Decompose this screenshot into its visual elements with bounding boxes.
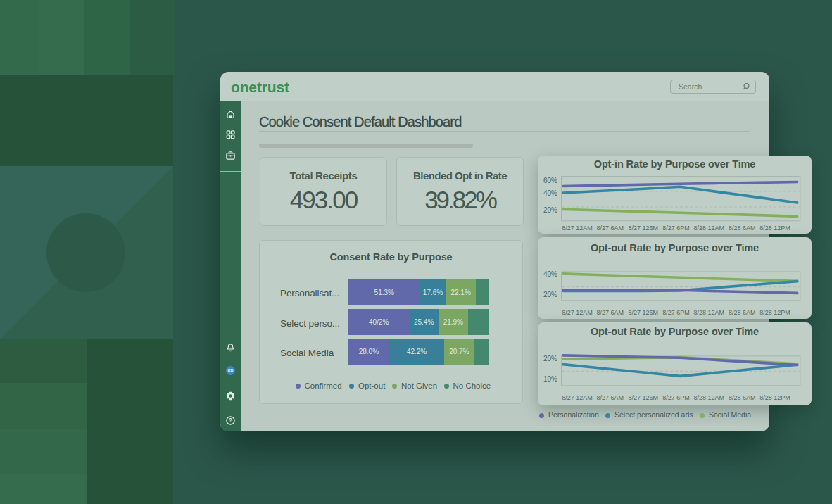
svg-text:8/28 12AM: 8/28 12AM xyxy=(694,309,725,316)
svg-text:8/28 12PM: 8/28 12PM xyxy=(759,309,790,316)
svg-text:40%: 40% xyxy=(543,270,557,278)
svg-text:8/27 126M: 8/27 126M xyxy=(628,394,658,401)
svg-text:8/27 126M: 8/27 126M xyxy=(628,225,658,232)
svg-text:8/27 126M: 8/27 126M xyxy=(628,309,658,316)
svg-text:20%: 20% xyxy=(543,355,557,363)
svg-text:20%: 20% xyxy=(543,291,557,298)
svg-text:8/27 6AM: 8/27 6AM xyxy=(597,394,624,401)
svg-text:8/28 6AM: 8/28 6AM xyxy=(729,394,756,401)
svg-text:8/28 6AM: 8/28 6AM xyxy=(729,225,756,232)
svg-text:8/27 12AM: 8/27 12AM xyxy=(562,225,593,232)
svg-text:40%: 40% xyxy=(543,189,557,197)
svg-text:?: ? xyxy=(229,417,232,424)
svg-text:8/28 6AM: 8/28 6AM xyxy=(729,309,756,316)
svg-text:8/27 6PM: 8/27 6PM xyxy=(662,309,690,316)
svg-text:10%: 10% xyxy=(543,375,557,383)
svg-text:8/27 6AM: 8/27 6AM xyxy=(597,309,624,316)
svg-text:60%: 60% xyxy=(543,177,557,184)
svg-text:8/27 6AM: 8/27 6AM xyxy=(597,225,624,232)
svg-text:20%: 20% xyxy=(543,206,557,214)
svg-text:8/28 12AM: 8/28 12AM xyxy=(694,225,725,232)
svg-text:8/27 6PM: 8/27 6PM xyxy=(662,394,690,401)
svg-text:8/28 12PM: 8/28 12PM xyxy=(759,394,790,401)
svg-text:8/27 12AM: 8/27 12AM xyxy=(562,309,593,316)
svg-text:8/27 12AM: 8/27 12AM xyxy=(562,394,593,401)
svg-text:8/27 6PM: 8/27 6PM xyxy=(662,225,690,232)
svg-text:8/28 12PM: 8/28 12PM xyxy=(759,225,790,232)
svg-text:8/28 12AM: 8/28 12AM xyxy=(694,394,725,401)
